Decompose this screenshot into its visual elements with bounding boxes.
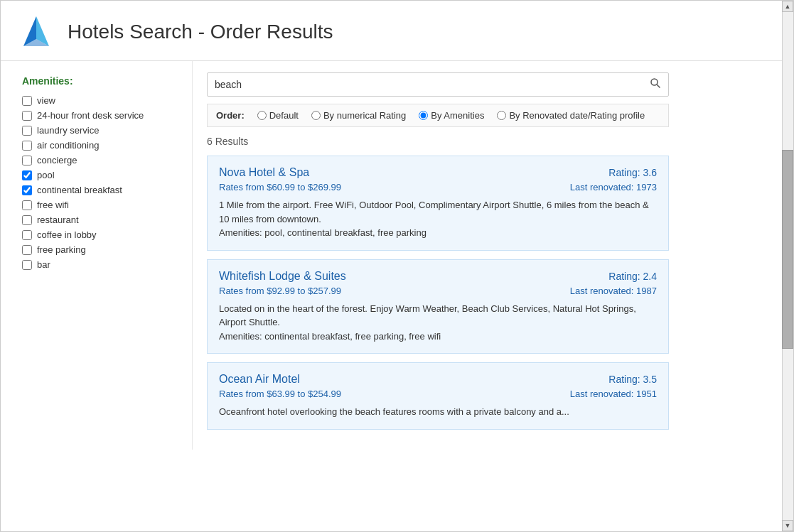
hotel-rates: Rates from $63.99 to $254.99 <box>219 389 341 399</box>
scrollbar-down-button[interactable]: ▼ <box>782 520 793 531</box>
hotel-subrow: Rates from $92.99 to $257.99Last renovat… <box>219 286 657 296</box>
scrollbar-track: ▲ ▼ <box>782 1 793 531</box>
amenity-label-continental: continental breakfast <box>37 185 122 195</box>
amenity-item: air conditioning <box>22 140 178 151</box>
order-option-rating[interactable]: By numerical Rating <box>311 110 406 121</box>
order-option-renovated[interactable]: By Renovated date/Rating profile <box>497 110 645 121</box>
amenity-checkbox-freewifi[interactable] <box>22 200 32 210</box>
hotel-card: Whitefish Lodge & SuitesRating: 2.4Rates… <box>207 259 669 354</box>
amenity-checkbox-continental[interactable] <box>22 185 32 195</box>
amenity-label-24hour: 24-hour front desk service <box>37 110 144 121</box>
order-amenities-label: By Amenities <box>431 110 484 121</box>
amenity-checkbox-concierge[interactable] <box>22 156 32 165</box>
amenity-label-concierge: concierge <box>37 155 77 165</box>
hotel-header: Nova Hotel & SpaRating: 3.6 <box>219 166 657 179</box>
svg-point-3 <box>651 79 658 85</box>
hotel-name[interactable]: Ocean Air Motel <box>219 373 300 386</box>
scrollbar-up-button[interactable]: ▲ <box>782 1 793 12</box>
hotel-description: Oceanfront hotel overlooking the beach f… <box>219 405 657 419</box>
order-rating-label: By numerical Rating <box>323 110 406 121</box>
order-row: Order: Default By numerical Rating By Am… <box>207 104 669 127</box>
amenity-checkbox-laundry[interactable] <box>22 126 32 136</box>
hotel-description: 1 Mile from the airport. Free WiFi, Outd… <box>219 198 657 240</box>
hotel-card: Ocean Air MotelRating: 3.5Rates from $63… <box>207 362 669 430</box>
hotel-last-renovated: Last renovated: 1951 <box>570 389 657 399</box>
hotel-rating: Rating: 3.5 <box>608 374 657 385</box>
hotel-name[interactable]: Nova Hotel & Spa <box>219 166 309 179</box>
amenity-item: concierge <box>22 155 178 165</box>
order-label: Order: <box>216 110 245 121</box>
hotel-description: Located on in the heart of the forest. E… <box>219 302 657 344</box>
amenity-item: laundry service <box>22 125 178 136</box>
order-radio-rating[interactable] <box>311 111 321 120</box>
app-header: Hotels Search - Order Results <box>1 1 793 61</box>
amenity-item: continental breakfast <box>22 185 178 195</box>
order-radio-renovated[interactable] <box>497 111 506 120</box>
amenity-checkbox-aircon[interactable] <box>22 141 32 151</box>
amenity-item: pool <box>22 170 178 180</box>
amenity-label-freeparking: free parking <box>37 244 86 255</box>
amenity-label-view: view <box>37 95 55 106</box>
hotel-rates: Rates from $60.99 to $269.99 <box>219 182 341 192</box>
amenities-list: view24-hour front desk servicelaundry se… <box>22 95 178 270</box>
order-option-default[interactable]: Default <box>257 110 299 121</box>
amenity-item: free wifi <box>22 200 178 210</box>
app-title: Hotels Search - Order Results <box>68 21 333 43</box>
hotel-name[interactable]: Whitefish Lodge & Suites <box>219 270 346 283</box>
amenity-label-bar: bar <box>37 259 50 270</box>
amenity-label-laundry: laundry service <box>37 125 99 136</box>
amenity-checkbox-freeparking[interactable] <box>22 245 32 255</box>
amenity-item: coffee in lobby <box>22 229 178 240</box>
hotel-rating: Rating: 3.6 <box>608 167 657 178</box>
hotel-last-renovated: Last renovated: 1973 <box>570 182 657 192</box>
order-option-amenities[interactable]: By Amenities <box>419 110 484 121</box>
hotel-last-renovated: Last renovated: 1987 <box>570 286 657 296</box>
amenity-checkbox-view[interactable] <box>22 96 32 106</box>
amenity-checkbox-pool[interactable] <box>22 170 32 180</box>
results-count: 6 Results <box>207 136 779 147</box>
search-bar <box>207 72 669 97</box>
order-renovated-label: By Renovated date/Rating profile <box>509 110 645 121</box>
order-default-label: Default <box>269 110 299 121</box>
amenity-checkbox-bar[interactable] <box>22 260 32 270</box>
search-button[interactable] <box>650 77 661 92</box>
amenity-item: restaurant <box>22 215 178 225</box>
search-icon <box>650 77 661 89</box>
svg-line-4 <box>657 85 660 88</box>
amenities-title: Amenities: <box>22 75 178 87</box>
amenity-item: bar <box>22 259 178 270</box>
hotel-subrow: Rates from $60.99 to $269.99Last renovat… <box>219 182 657 192</box>
hotel-rating: Rating: 2.4 <box>608 271 657 282</box>
hotel-subrow: Rates from $63.99 to $254.99Last renovat… <box>219 389 657 399</box>
amenity-label-aircon: air conditioning <box>37 140 99 151</box>
order-radio-amenities[interactable] <box>419 111 428 120</box>
amenity-label-coffeelobby: coffee in lobby <box>37 229 97 240</box>
scrollbar-thumb[interactable] <box>782 150 793 349</box>
sidebar: Amenities: view24-hour front desk servic… <box>1 61 193 450</box>
amenity-label-restaurant: restaurant <box>37 215 79 225</box>
amenity-checkbox-24hour[interactable] <box>22 111 32 121</box>
hotel-rates: Rates from $92.99 to $257.99 <box>219 286 341 296</box>
app-logo <box>18 13 55 50</box>
hotel-header: Whitefish Lodge & SuitesRating: 2.4 <box>219 270 657 283</box>
amenity-item: free parking <box>22 244 178 255</box>
search-input[interactable] <box>215 79 650 90</box>
amenity-checkbox-coffeelobby[interactable] <box>22 230 32 240</box>
amenity-item: 24-hour front desk service <box>22 110 178 121</box>
hotel-list: Nova Hotel & SpaRating: 3.6Rates from $6… <box>207 156 779 430</box>
hotel-header: Ocean Air MotelRating: 3.5 <box>219 373 657 386</box>
amenity-label-pool: pool <box>37 170 55 180</box>
hotel-card: Nova Hotel & SpaRating: 3.6Rates from $6… <box>207 156 669 251</box>
order-radio-default[interactable] <box>257 111 267 120</box>
amenity-checkbox-restaurant[interactable] <box>22 215 32 225</box>
amenity-label-freewifi: free wifi <box>37 200 69 210</box>
search-area: Order: Default By numerical Rating By Am… <box>193 61 793 450</box>
amenity-item: view <box>22 95 178 106</box>
